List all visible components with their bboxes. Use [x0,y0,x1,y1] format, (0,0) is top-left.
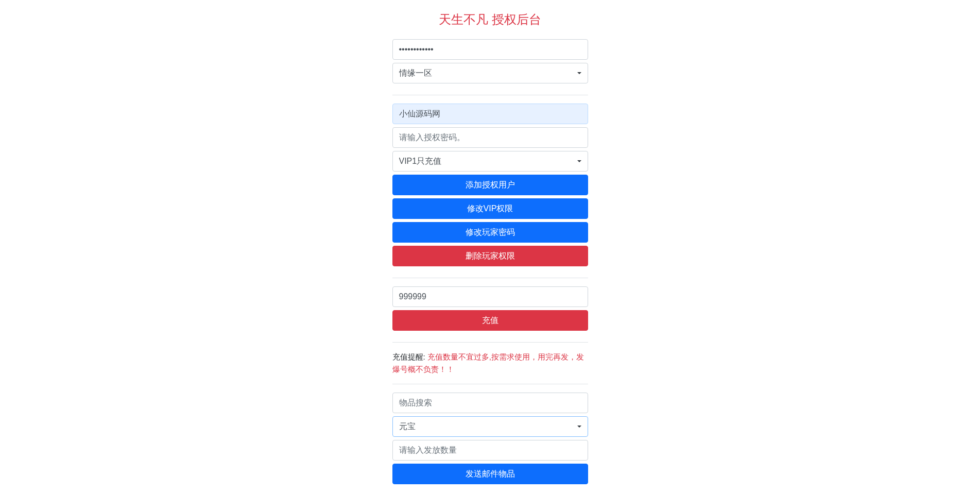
send-mail-item-button[interactable]: 发送邮件物品 [392,464,588,484]
add-auth-user-button[interactable]: 添加授权用户 [392,175,588,195]
page-title: 天生不凡 授权后台 [392,10,588,29]
recharge-button[interactable]: 充值 [392,310,588,331]
auth-section: VIP1只充值 添加授权用户 修改VIP权限 修改玩家密码 删除玩家权限 [392,104,588,278]
item-search-input[interactable] [392,393,588,413]
item-select[interactable]: 元宝 [392,416,588,437]
vip-select[interactable]: VIP1只充值 [392,151,588,172]
login-section: 情缘一区 [392,39,588,95]
server-select[interactable]: 情缘一区 [392,63,588,83]
modify-player-password-button[interactable]: 修改玩家密码 [392,222,588,243]
username-input[interactable] [392,104,588,124]
main-container: 天生不凡 授权后台 情缘一区 VIP1只充值 添加授权用户 修改VIP权限 修改… [387,0,593,493]
recharge-notice: 充值提醒: 充值数量不宜过多,按需求使用，用完再发，发爆号概不负责！！ [392,351,588,384]
delete-player-permission-button[interactable]: 删除玩家权限 [392,246,588,266]
mail-section: 元宝 发送邮件物品 [392,393,588,493]
quantity-input[interactable] [392,440,588,461]
recharge-amount-input[interactable] [392,286,588,307]
auth-password-input[interactable] [392,127,588,148]
recharge-section: 充值 [392,286,588,343]
password-input[interactable] [392,39,588,60]
modify-vip-button[interactable]: 修改VIP权限 [392,198,588,219]
recharge-notice-label: 充值提醒: [392,352,427,361]
